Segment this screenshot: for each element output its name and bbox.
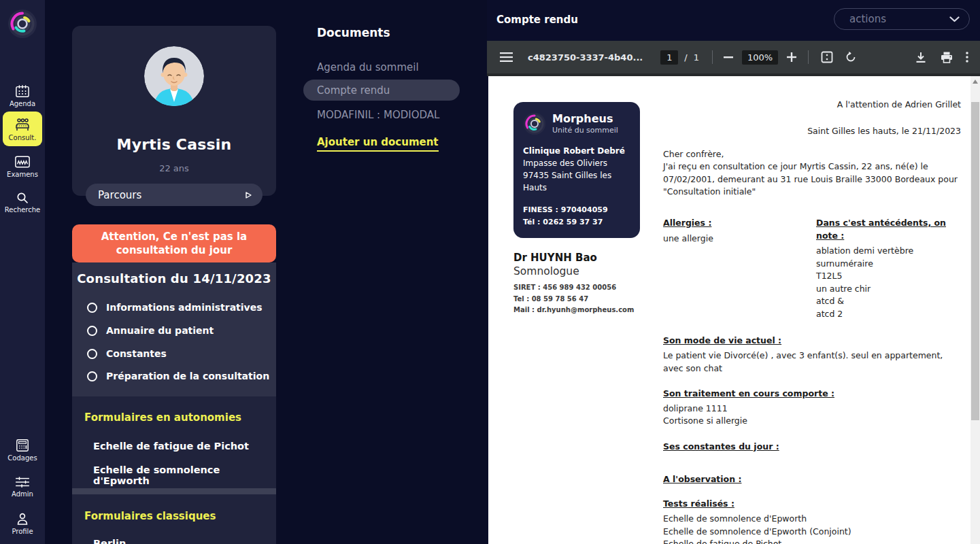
- form-item-partial[interactable]: Berlin: [93, 538, 126, 544]
- doctor-title: Somnologue: [513, 265, 634, 277]
- tests-heading: Tests réalisés :: [663, 498, 961, 511]
- documents-title: Documents: [317, 26, 390, 39]
- document-item-compte-rendu-selected[interactable]: Compte rendu: [303, 80, 460, 101]
- play-arrow-icon: [246, 192, 252, 199]
- parcours-button[interactable]: Parcours: [86, 184, 263, 206]
- traitement-item: doliprane 1111: [663, 403, 961, 415]
- radio-icon[interactable]: [87, 371, 97, 381]
- zoom-in-button[interactable]: [787, 52, 796, 62]
- download-button[interactable]: [915, 52, 926, 63]
- sidebar-item-profile[interactable]: Profile: [3, 512, 42, 535]
- form-item-epworth[interactable]: Echelle de somnolence d'Epworth: [93, 464, 276, 486]
- pdf-page-separator: /: [684, 52, 687, 63]
- step-preparation-consultation[interactable]: Préparation de la consultation: [87, 371, 269, 381]
- radio-icon[interactable]: [87, 326, 97, 336]
- allergy-item: une allergie: [663, 233, 816, 245]
- antecedents-heading: Dans c'est antécédents, on note :: [816, 217, 961, 243]
- patient-name: Myrtis Cassin: [72, 136, 276, 153]
- fit-page-button[interactable]: [821, 51, 833, 63]
- zoom-out-button[interactable]: [724, 56, 733, 58]
- print-icon: [941, 52, 953, 63]
- sidebar-rail: Agenda Consult. Examens Recherche: [0, 0, 45, 544]
- radio-icon[interactable]: [87, 349, 97, 359]
- calendar-icon: [15, 84, 30, 98]
- actions-dropdown[interactable]: actions: [834, 8, 970, 30]
- forms-panel: Formulaires en autonomies Echelle de fat…: [72, 396, 276, 544]
- calculator-icon: [15, 439, 30, 452]
- kebab-menu-icon: [966, 52, 968, 63]
- radio-icon[interactable]: [87, 303, 97, 313]
- doctor-name: Dr HUYNH Bao: [513, 252, 634, 264]
- sidebar-item-consult[interactable]: Consult.: [3, 112, 42, 146]
- hamburger-icon: [500, 52, 513, 62]
- letter-salutation: Cher confrère,: [663, 148, 961, 161]
- step-label: Informations administratives: [106, 302, 263, 313]
- consultation-panel: Consultation du 14/11/2023 Informations …: [72, 262, 276, 396]
- sidebar-item-label: Profile: [12, 528, 33, 535]
- patient-age: 22 ans: [72, 163, 276, 173]
- sidebar-item-label: Consult.: [9, 134, 37, 141]
- pdf-menu-button[interactable]: [500, 52, 513, 62]
- more-options-button[interactable]: [966, 52, 968, 63]
- clinic-address2: 97435 Saint Gilles les Hauts: [523, 169, 630, 194]
- document-item-agenda-sommeil[interactable]: Agenda du sommeil: [317, 61, 419, 73]
- observation-heading: A l'observation :: [663, 473, 961, 486]
- forms-autonomies-title: Formulaires en autonomies: [84, 411, 241, 424]
- scrollbar-thumb[interactable]: [971, 102, 979, 420]
- antecedent-item: ablation demi vertèbre surnuméraire: [816, 245, 961, 270]
- sidebar-item-label: Examens: [7, 171, 38, 178]
- sidebar-item-label: Admin: [12, 490, 33, 498]
- document-viewer: Compte rendu actions c4823750-3337-4b40.…: [487, 0, 980, 544]
- actions-label: actions: [849, 13, 886, 25]
- sidebar-item-recherche[interactable]: Recherche: [3, 192, 42, 214]
- pdf-scrollbar[interactable]: [970, 76, 980, 544]
- patient-card: Myrtis Cassin 22 ans Parcours: [72, 26, 276, 196]
- minus-icon: [724, 56, 733, 58]
- consultation-title: Consultation du 14/11/2023: [72, 262, 276, 286]
- scroll-up-arrow-icon[interactable]: [973, 80, 978, 84]
- sidebar-item-agenda[interactable]: Agenda: [3, 84, 42, 107]
- mode-vie-text: Le patient vie Divorcé(e) , avec 3 enfan…: [663, 350, 961, 375]
- documents-column: Documents Agenda du sommeil Compte rendu…: [303, 0, 487, 544]
- clinic-letterhead-card: Morpheus Unité du sommeil Clinique Rober…: [513, 102, 640, 238]
- step-label: Préparation de la consultation: [106, 371, 269, 381]
- viewer-title: Compte rendu: [496, 14, 578, 26]
- letter-dateline: Saint Gilles les hauts, le 21/11/2023: [663, 125, 961, 138]
- document-item-label: Compte rendu: [317, 84, 390, 97]
- sidebar-item-label: Recherche: [5, 206, 41, 214]
- traitement-heading: Son traitement en cours comporte :: [663, 388, 961, 401]
- search-icon: [16, 192, 29, 204]
- clinic-address1: Impasse des Oliviers: [523, 157, 630, 169]
- form-item-pichot[interactable]: Echelle de fatigue de Pichot: [93, 441, 249, 452]
- rotate-button[interactable]: [845, 51, 857, 63]
- step-constantes[interactable]: Constantes: [87, 348, 167, 359]
- allergies-heading: Allergies :: [663, 217, 816, 230]
- antecedent-item: atcd &: [816, 295, 961, 308]
- forms-divider: [72, 488, 276, 494]
- clinic-tel: Tél : 0262 59 37 37: [523, 216, 630, 228]
- avatar-illustration-icon: [144, 46, 204, 106]
- step-informations-administratives[interactable]: Informations administratives: [87, 302, 263, 313]
- step-annuaire-du-patient[interactable]: Annuaire du patient: [87, 325, 214, 336]
- app-logo[interactable]: [7, 9, 37, 39]
- doctor-block: Dr HUYNH Bao Somnologue SIRET : 456 989 …: [513, 252, 634, 316]
- constantes-heading: Ses constantes du jour :: [663, 441, 961, 454]
- patient-avatar: [144, 46, 204, 106]
- sidebar-item-codages[interactable]: Codages: [3, 439, 42, 462]
- antecedent-item: un autre chir: [816, 283, 961, 296]
- sliders-icon: [14, 476, 31, 488]
- sidebar-item-label: Agenda: [10, 100, 35, 107]
- letter-body: A l'attention de Adrien Grillet Saint Gi…: [663, 99, 961, 544]
- sidebar-item-admin[interactable]: Admin: [3, 476, 42, 498]
- document-item-modafinil[interactable]: MODAFINIL : MODIODAL: [317, 109, 439, 121]
- pdf-page-input[interactable]: 1: [660, 50, 678, 65]
- clinic-finess: FINESS : 970404059: [523, 204, 630, 216]
- test-item: Echelle de fatigue de Pichot: [663, 538, 961, 544]
- print-button[interactable]: [941, 52, 953, 63]
- rotate-icon: [845, 51, 857, 63]
- clinic-name: Clinique Robert Debré: [523, 145, 630, 157]
- letterhead-brand: Morpheus: [552, 113, 618, 125]
- sidebar-item-examens[interactable]: Examens: [3, 155, 42, 178]
- add-document-link[interactable]: Ajouter un document: [317, 136, 439, 152]
- zoom-level[interactable]: 100%: [742, 50, 778, 65]
